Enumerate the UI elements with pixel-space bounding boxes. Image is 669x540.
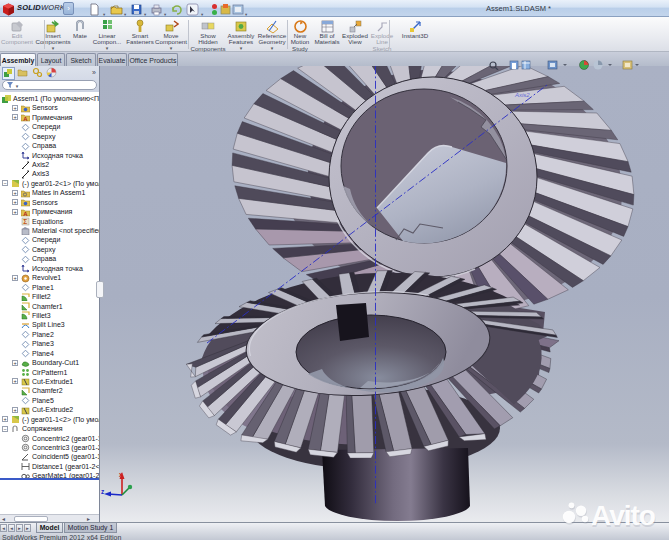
svg-text:A: A xyxy=(23,210,28,216)
svg-text:x: x xyxy=(119,471,123,478)
svg-text:Axis2: Axis2 xyxy=(514,92,530,98)
svg-text:Avito: Avito xyxy=(591,500,656,530)
svg-text:Σ: Σ xyxy=(23,218,27,225)
svg-text:A: A xyxy=(23,116,28,122)
